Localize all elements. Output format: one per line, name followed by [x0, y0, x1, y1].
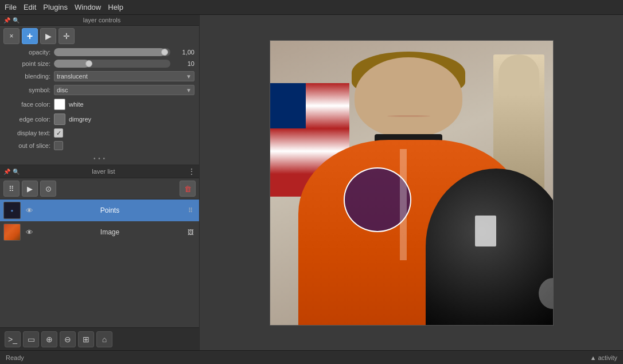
home-button[interactable]: ⌂ [96, 331, 112, 347]
flag-canton [270, 83, 306, 128]
symbol-label: symbol: [5, 87, 50, 93]
canvas-area [200, 15, 623, 350]
section-left-icons: 📌 🔍 [3, 17, 20, 24]
display-text-label: display text: [5, 130, 50, 136]
menu-window[interactable]: Window [75, 3, 101, 11]
helmet-shine [539, 278, 554, 310]
layer-item-points[interactable]: ● 👁 Points ⠿ [0, 199, 199, 221]
rectangle-button[interactable]: ▭ [23, 331, 39, 347]
blending-row: blending: translucent ▼ [0, 69, 199, 83]
rectangle-icon: ▭ [28, 335, 35, 344]
layer-tool-dots-btn[interactable]: ⠿ [3, 181, 20, 197]
opacity-row: opacity: 1,00 [0, 46, 199, 58]
image-layer-thumbnail [3, 224, 21, 241]
remove-cube-icon: ⊖ [64, 335, 71, 344]
point-size-slider[interactable] [54, 60, 170, 68]
out-of-slice-label: out of slice: [5, 142, 50, 149]
pin2-icon: 📌 [3, 169, 10, 175]
blending-select[interactable]: translucent ▼ [54, 71, 194, 81]
grid-button[interactable]: ⊞ [78, 331, 94, 347]
shuttle-nose [499, 54, 539, 93]
expand-dots[interactable]: • • • [0, 152, 199, 165]
search2-icon: 🔍 [13, 169, 20, 175]
blending-value: translucent [57, 73, 88, 80]
points-layer-drag-icon: ⠿ [185, 205, 196, 216]
layer-tool-lasso-btn[interactable]: ⊙ [40, 181, 56, 197]
layer-tool-shape-btn[interactable]: ▶ [22, 181, 38, 197]
menu-help[interactable]: Help [108, 3, 123, 11]
layer-controls-section: 📌 🔍 layer controls × + ▶ ✛ [0, 15, 199, 165]
terminal-icon: >_ [8, 335, 17, 344]
layer-toolbar: ⠿ ▶ ⊙ 🗑 [0, 178, 199, 199]
head-element [355, 57, 462, 137]
add-points-button[interactable]: + [22, 28, 38, 44]
home-icon: ⌂ [102, 335, 107, 344]
edge-color-label: edge color: [5, 116, 50, 123]
points-thumb-icon: ● [11, 208, 14, 213]
symbol-select[interactable]: disc ▼ [54, 85, 194, 95]
opacity-value: 1,00 [174, 49, 194, 56]
blending-arrow-icon: ▼ [186, 73, 192, 80]
menu-file[interactable]: File [5, 3, 17, 11]
menu-edit[interactable]: Edit [24, 3, 36, 11]
display-text-checkbox[interactable]: ✓ [54, 128, 63, 138]
blending-label: blending: [5, 73, 50, 80]
image-visibility-toggle[interactable]: 👁 [24, 227, 34, 237]
face-color-row: face color: white [0, 97, 199, 112]
suit-zipper [400, 149, 407, 260]
pin-icon: 📌 [3, 17, 10, 24]
terminal-button[interactable]: >_ [5, 331, 21, 347]
point-size-value: 10 [174, 60, 194, 67]
edge-color-swatch[interactable] [54, 113, 65, 125]
arrow-icon: ▶ [45, 32, 52, 41]
layer-list-menu-icon[interactable]: ⋮ [188, 167, 196, 176]
remove-cube-button[interactable]: ⊖ [60, 331, 76, 347]
face-color-text: white [69, 101, 194, 108]
layer-delete-button[interactable]: 🗑 [180, 181, 196, 197]
grid-icon: ⊞ [83, 335, 89, 344]
astronaut-image [270, 40, 554, 326]
statusbar: Ready ▲ activity [0, 350, 623, 364]
layer-controls-toolbar: × + ▶ ✛ [0, 26, 199, 46]
out-of-slice-checkbox-area [54, 141, 63, 150]
mouth-element [387, 115, 430, 117]
menubar: File Edit Plugins Window Help [0, 0, 623, 15]
symbol-value: disc [57, 87, 68, 93]
image-layer-icon: 🖼 [185, 227, 196, 237]
opacity-label: opacity: [5, 49, 50, 56]
edge-color-row: edge color: dimgrey [0, 112, 199, 127]
close-button[interactable]: × [3, 28, 20, 44]
out-of-slice-checkbox[interactable] [54, 141, 63, 150]
points-visibility-toggle[interactable]: 👁 [24, 205, 34, 216]
display-text-checkbox-area: ✓ [54, 128, 63, 138]
layer-item-image[interactable]: 👁 Image 🖼 [0, 221, 199, 243]
add-cube-button[interactable]: ⊕ [41, 331, 57, 347]
face-color-swatch[interactable] [54, 99, 65, 110]
move-button[interactable]: ✛ [59, 28, 75, 44]
out-of-slice-row: out of slice: [0, 139, 199, 152]
layer-list-left-icons: 📌 🔍 [3, 169, 20, 175]
bottom-toolbar: >_ ▭ ⊕ ⊖ ⊞ ⌂ [0, 327, 199, 350]
image-layer-name: Image [38, 228, 182, 236]
point-size-row: point size: 10 [0, 58, 199, 69]
main-area: 📌 🔍 layer controls × + ▶ ✛ [0, 15, 623, 350]
helmet-highlight [475, 216, 496, 247]
display-text-row: display text: ✓ [0, 127, 199, 139]
symbol-row: symbol: disc ▼ [0, 83, 199, 97]
menu-plugins[interactable]: Plugins [43, 3, 68, 11]
image-container [270, 40, 554, 326]
points-layer-name: Points [38, 206, 182, 214]
ready-text: Ready [6, 354, 24, 361]
select-button[interactable]: ▶ [40, 28, 56, 44]
face-color-label: face color: [5, 101, 50, 108]
left-panel: 📌 🔍 layer controls × + ▶ ✛ [0, 15, 200, 350]
search-icon: 🔍 [13, 17, 20, 24]
opacity-slider[interactable] [54, 48, 170, 56]
layer-list-header: 📌 🔍 laver list ⋮ [0, 165, 199, 178]
point-size-label: point size: [5, 60, 50, 67]
activity-text[interactable]: ▲ activity [590, 354, 617, 361]
symbol-arrow-icon: ▼ [186, 87, 192, 93]
layer-list-title: laver list [92, 168, 115, 175]
edge-color-text: dimgrey [69, 116, 194, 123]
points-layer-thumbnail: ● [3, 202, 21, 219]
